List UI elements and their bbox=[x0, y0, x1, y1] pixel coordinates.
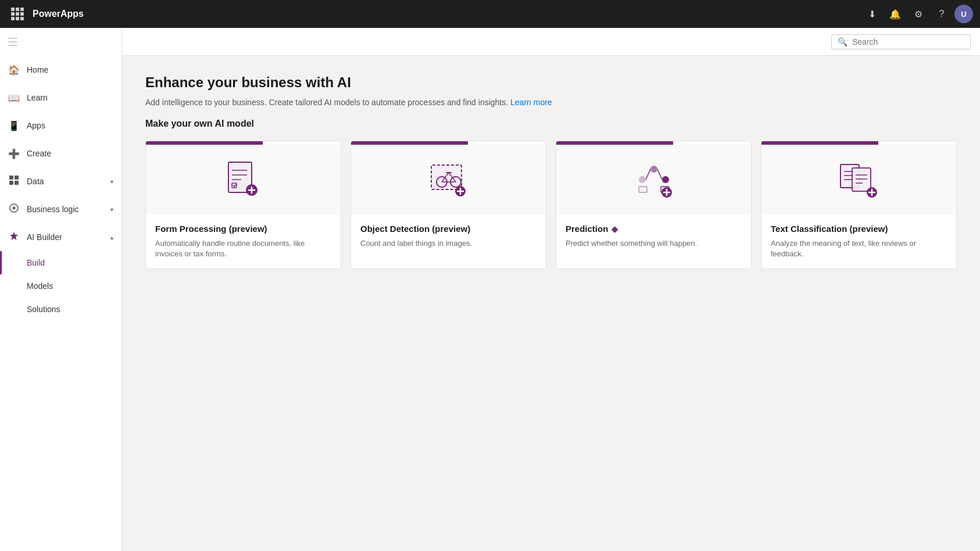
card-body: Prediction ◆ Predict whether something w… bbox=[556, 214, 751, 258]
business-logic-chevron-icon: ▾ bbox=[110, 206, 113, 213]
card-description: Automatically handle routine documents, … bbox=[155, 238, 331, 259]
learn-icon: 📖 bbox=[8, 92, 20, 103]
data-icon bbox=[8, 175, 20, 188]
form-processing-icon bbox=[220, 156, 267, 203]
object-detection-icon bbox=[425, 156, 472, 203]
topbar-icons: ⬇ 🔔 ⚙ ? U bbox=[861, 3, 973, 24]
page-content: Enhance your business with AI Add intell… bbox=[122, 56, 980, 551]
sidebar-item-ai-builder[interactable]: AI Builder ▴ bbox=[0, 223, 121, 251]
sidebar-item-models[interactable]: Models bbox=[0, 274, 121, 298]
ai-builder-icon bbox=[8, 231, 20, 244]
card-prediction[interactable]: Prediction ◆ Predict whether something w… bbox=[556, 141, 752, 269]
sidebar-item-build[interactable]: Build bbox=[0, 251, 121, 274]
sidebar-item-home[interactable]: 🏠 Home bbox=[0, 56, 121, 84]
sidebar-label-build: Build bbox=[27, 258, 45, 267]
svg-rect-37 bbox=[852, 168, 871, 191]
text-classification-icon bbox=[836, 156, 882, 203]
sidebar-item-apps[interactable]: 📱 Apps bbox=[0, 112, 121, 139]
card-icon-area bbox=[351, 145, 546, 214]
search-input[interactable] bbox=[852, 37, 964, 46]
section-title: Make your own AI model bbox=[145, 119, 957, 129]
main-layout: 🏠 Home 📖 Learn 📱 Apps ➕ Create bbox=[0, 28, 980, 551]
card-text-classification[interactable]: Text Classification (preview) Analyze th… bbox=[761, 141, 957, 269]
create-icon: ➕ bbox=[8, 148, 20, 159]
sidebar-label-models: Models bbox=[27, 281, 53, 291]
card-body: Form Processing (preview) Automatically … bbox=[146, 214, 341, 269]
download-button[interactable]: ⬇ bbox=[861, 3, 882, 24]
search-bar: 🔍 bbox=[122, 28, 980, 56]
svg-rect-2 bbox=[9, 181, 13, 185]
help-button[interactable]: ? bbox=[931, 3, 952, 24]
page-title: Enhance your business with AI bbox=[145, 74, 957, 91]
card-body: Object Detection (preview) Count and lab… bbox=[351, 214, 546, 258]
sidebar-item-data[interactable]: Data ▾ bbox=[0, 167, 121, 195]
search-wrapper[interactable]: 🔍 bbox=[831, 34, 971, 49]
prediction-icon bbox=[631, 156, 677, 203]
sidebar-item-create[interactable]: ➕ Create bbox=[0, 139, 121, 167]
svg-line-26 bbox=[646, 169, 650, 180]
card-title: Object Detection (preview) bbox=[360, 224, 537, 234]
data-chevron-icon: ▾ bbox=[110, 178, 113, 185]
card-icon-area bbox=[761, 145, 956, 214]
business-logic-icon bbox=[8, 203, 20, 216]
svg-point-23 bbox=[639, 176, 646, 183]
sidebar-label-solutions: Solutions bbox=[27, 305, 60, 314]
card-object-detection[interactable]: Object Detection (preview) Count and lab… bbox=[350, 141, 546, 269]
card-title: Text Classification (preview) bbox=[771, 224, 947, 234]
card-icon-area bbox=[556, 145, 751, 214]
svg-point-25 bbox=[662, 176, 669, 183]
svg-rect-0 bbox=[9, 176, 13, 180]
settings-button[interactable]: ⚙ bbox=[908, 3, 929, 24]
topbar: PowerApps ⬇ 🔔 ⚙ ? U bbox=[0, 0, 980, 28]
home-icon: 🏠 bbox=[8, 65, 20, 76]
avatar[interactable]: U bbox=[954, 5, 973, 23]
cards-grid: Form Processing (preview) Automatically … bbox=[145, 141, 957, 269]
card-description: Analyze the meaning of text, like review… bbox=[771, 238, 947, 259]
card-body: Text Classification (preview) Analyze th… bbox=[761, 214, 956, 269]
card-icon-area bbox=[146, 145, 341, 214]
sidebar-label-data: Data bbox=[27, 177, 103, 186]
card-title: Prediction ◆ bbox=[566, 224, 742, 234]
waffle-icon bbox=[11, 8, 24, 20]
svg-line-27 bbox=[657, 169, 662, 180]
sidebar-label-home: Home bbox=[27, 65, 113, 74]
svg-rect-3 bbox=[15, 181, 19, 185]
sidebar-label-business-logic: Business logic bbox=[27, 205, 103, 214]
card-title: Form Processing (preview) bbox=[155, 224, 331, 234]
search-icon: 🔍 bbox=[838, 37, 847, 46]
app-title: PowerApps bbox=[33, 9, 861, 19]
waffle-button[interactable] bbox=[7, 3, 28, 24]
sidebar-label-create: Create bbox=[27, 149, 113, 158]
page-subtitle-text: Add intelligence to your business. Creat… bbox=[145, 98, 508, 107]
sidebar-item-learn[interactable]: 📖 Learn bbox=[0, 84, 121, 112]
page-subtitle: Add intelligence to your business. Creat… bbox=[145, 98, 957, 107]
notifications-button[interactable]: 🔔 bbox=[885, 3, 906, 24]
ai-builder-chevron-icon: ▴ bbox=[110, 234, 113, 241]
svg-rect-1 bbox=[15, 176, 19, 180]
sidebar-item-business-logic[interactable]: Business logic ▾ bbox=[0, 195, 121, 223]
sidebar: 🏠 Home 📖 Learn 📱 Apps ➕ Create bbox=[0, 28, 122, 551]
sidebar-label-ai-builder: AI Builder bbox=[27, 232, 103, 242]
svg-rect-29 bbox=[639, 187, 647, 192]
apps-icon: 📱 bbox=[8, 120, 20, 131]
content-area: 🔍 Enhance your business with AI Add inte… bbox=[122, 28, 980, 551]
sidebar-item-solutions[interactable]: Solutions bbox=[0, 298, 121, 321]
sidebar-toggle[interactable] bbox=[0, 28, 121, 56]
sidebar-label-learn: Learn bbox=[27, 93, 113, 102]
premium-diamond-icon: ◆ bbox=[611, 224, 618, 234]
sidebar-label-apps: Apps bbox=[27, 121, 113, 130]
card-form-processing[interactable]: Form Processing (preview) Automatically … bbox=[145, 141, 341, 269]
card-description: Count and label things in images. bbox=[360, 238, 537, 249]
svg-point-24 bbox=[650, 166, 657, 173]
hamburger-icon bbox=[8, 38, 17, 46]
learn-more-link[interactable]: Learn more bbox=[510, 98, 552, 107]
card-description: Predict whether something will happen. bbox=[566, 238, 742, 249]
